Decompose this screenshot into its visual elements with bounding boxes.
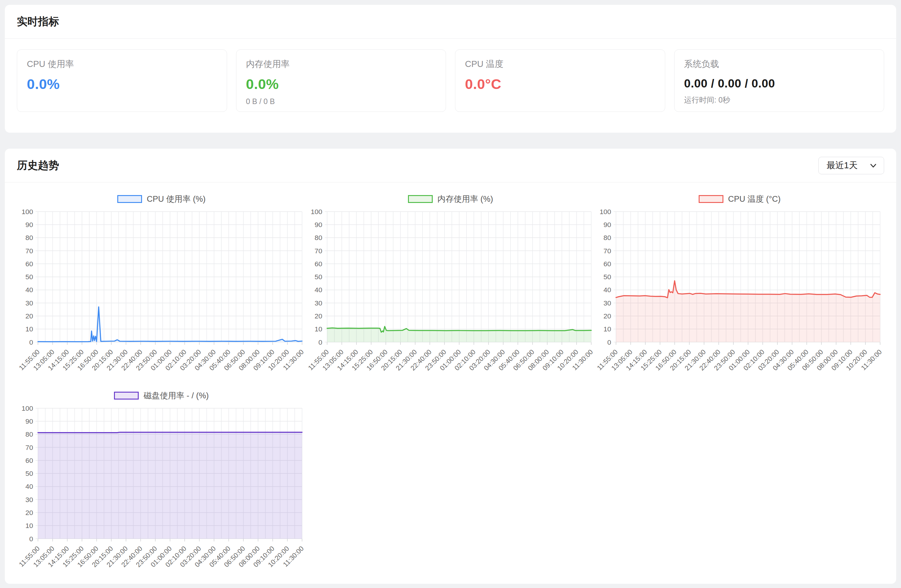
svg-text:30: 30 <box>25 496 33 504</box>
svg-text:70: 70 <box>25 247 33 255</box>
metric-label: CPU 使用率 <box>27 58 217 70</box>
svg-text:100: 100 <box>600 208 611 215</box>
legend-label-mem-usage: 内存使用率 (%) <box>438 193 493 204</box>
svg-text:90: 90 <box>25 221 33 229</box>
svg-text:20: 20 <box>25 509 33 516</box>
svg-text:80: 80 <box>25 430 33 438</box>
chevron-down-icon <box>869 161 878 170</box>
metric-sub-value: 0 B / 0 B <box>246 97 436 106</box>
svg-text:100: 100 <box>22 208 33 215</box>
time-range-select[interactable]: 最近1天 <box>818 157 884 174</box>
svg-text:80: 80 <box>604 234 611 242</box>
metric-label: CPU 温度 <box>465 58 655 70</box>
svg-text:20: 20 <box>315 312 322 320</box>
svg-text:30: 30 <box>25 299 33 307</box>
svg-text:50: 50 <box>25 469 33 477</box>
svg-text:30: 30 <box>604 299 611 307</box>
svg-text:90: 90 <box>315 221 322 229</box>
metric-value: 0.0% <box>246 76 436 92</box>
svg-text:40: 40 <box>25 286 33 294</box>
svg-text:90: 90 <box>604 221 611 229</box>
svg-text:40: 40 <box>604 286 611 294</box>
svg-text:10: 10 <box>315 325 322 333</box>
metric-card-cpu-temp: CPU 温度 0.0°C <box>455 50 665 112</box>
chart-canvas-cpu-usage: 010203040506070809010011:55:0013:05:0014… <box>17 208 306 383</box>
svg-text:0: 0 <box>318 338 322 346</box>
legend-swatch-cpu-temp <box>699 195 723 203</box>
metric-card-system-load: 系统负载 0.00 / 0.00 / 0.00 运行时间: 0秒 <box>674 50 884 112</box>
legend-label-disk-usage: 磁盘使用率 - / (%) <box>143 390 209 401</box>
svg-text:70: 70 <box>25 444 33 451</box>
metric-sub-value: 运行时间: 0秒 <box>684 95 874 105</box>
svg-text:10: 10 <box>25 325 33 333</box>
realtime-section-title: 实时指标 <box>17 14 59 29</box>
legend-mem-usage[interactable]: 内存使用率 (%) <box>306 190 595 208</box>
svg-text:100: 100 <box>310 208 322 215</box>
metric-value: 0.0% <box>27 76 217 92</box>
svg-text:40: 40 <box>25 482 33 490</box>
history-trends-panel: 历史趋势 最近1天 CPU 使用率 (%)0102030405060708090… <box>5 149 896 584</box>
legend-label-cpu-usage: CPU 使用率 (%) <box>147 193 206 204</box>
svg-text:60: 60 <box>25 260 33 268</box>
legend-disk-usage[interactable]: 磁盘使用率 - / (%) <box>17 387 306 404</box>
chart-canvas-cpu-temp: 010203040506070809010011:55:0013:05:0014… <box>595 208 884 383</box>
chart-cpu-temp: CPU 温度 (°C)010203040506070809010011:55:0… <box>595 190 884 383</box>
svg-text:60: 60 <box>25 457 33 464</box>
history-charts-grid: CPU 使用率 (%)010203040506070809010011:55:0… <box>5 182 896 579</box>
metric-label: 系统负载 <box>684 58 874 70</box>
metric-card-cpu-usage: CPU 使用率 0.0% <box>17 50 227 112</box>
legend-swatch-cpu-usage <box>117 195 142 203</box>
svg-text:100: 100 <box>22 404 33 412</box>
svg-text:90: 90 <box>25 417 33 425</box>
svg-text:10: 10 <box>604 325 611 333</box>
svg-text:10: 10 <box>25 522 33 529</box>
svg-text:50: 50 <box>315 273 322 281</box>
history-section-title: 历史趋势 <box>17 158 59 173</box>
realtime-panel-header: 实时指标 <box>5 5 896 39</box>
svg-text:50: 50 <box>25 273 33 281</box>
svg-text:50: 50 <box>604 273 611 281</box>
svg-text:20: 20 <box>604 312 611 320</box>
chart-disk-usage: 磁盘使用率 - / (%)010203040506070809010011:55… <box>17 387 306 579</box>
chart-cpu-usage: CPU 使用率 (%)010203040506070809010011:55:0… <box>17 190 306 383</box>
time-range-value: 最近1天 <box>826 159 857 172</box>
legend-swatch-disk-usage <box>114 392 139 399</box>
metric-value: 0.0°C <box>465 76 655 92</box>
chart-canvas-mem-usage: 010203040506070809010011:55:0013:05:0014… <box>306 208 595 383</box>
svg-text:80: 80 <box>315 234 322 242</box>
svg-text:30: 30 <box>315 299 322 307</box>
metric-value: 0.00 / 0.00 / 0.00 <box>684 77 874 90</box>
svg-text:20: 20 <box>25 312 33 320</box>
svg-text:80: 80 <box>25 234 33 242</box>
svg-text:70: 70 <box>604 247 611 255</box>
history-panel-header: 历史趋势 最近1天 <box>5 149 896 182</box>
svg-text:60: 60 <box>604 260 611 268</box>
metric-label: 内存使用率 <box>246 58 436 70</box>
metric-cards-row: CPU 使用率 0.0% 内存使用率 0.0% 0 B / 0 B CPU 温度… <box>5 39 896 123</box>
metric-card-mem-usage: 内存使用率 0.0% 0 B / 0 B <box>236 50 446 112</box>
svg-text:0: 0 <box>29 535 33 543</box>
svg-text:70: 70 <box>315 247 322 255</box>
chart-mem-usage: 内存使用率 (%)010203040506070809010011:55:001… <box>306 190 595 383</box>
legend-label-cpu-temp: CPU 温度 (°C) <box>728 193 781 204</box>
svg-text:40: 40 <box>315 286 322 294</box>
svg-text:60: 60 <box>315 260 322 268</box>
legend-cpu-temp[interactable]: CPU 温度 (°C) <box>595 190 884 208</box>
chart-canvas-disk-usage: 010203040506070809010011:55:0013:05:0014… <box>17 404 306 579</box>
svg-text:0: 0 <box>29 338 33 346</box>
realtime-metrics-panel: 实时指标 CPU 使用率 0.0% 内存使用率 0.0% 0 B / 0 B C… <box>5 5 896 133</box>
legend-swatch-mem-usage <box>408 195 433 203</box>
svg-text:0: 0 <box>607 338 611 346</box>
legend-cpu-usage[interactable]: CPU 使用率 (%) <box>17 190 306 208</box>
